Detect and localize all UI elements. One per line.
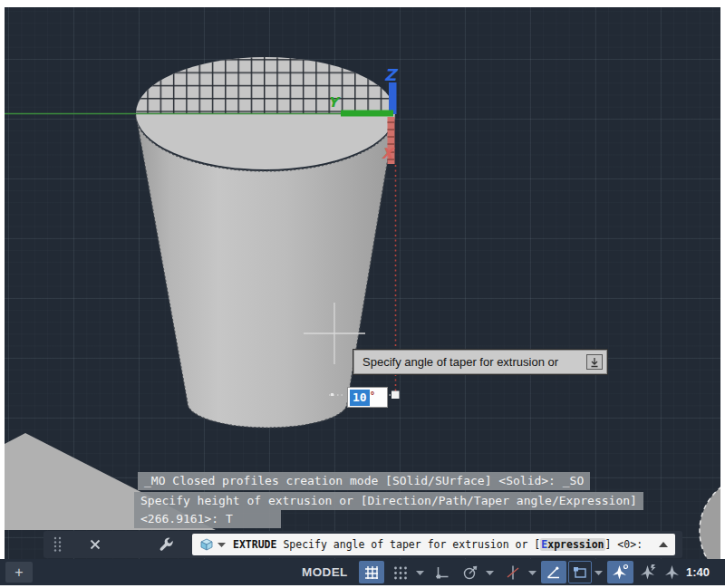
object-snap-tracking-button[interactable]: [541, 561, 566, 583]
isometric-drafting-button[interactable]: [501, 561, 525, 583]
recent-commands-caret-icon[interactable]: [218, 542, 226, 547]
annotation-autoscale-button[interactable]: [636, 561, 660, 583]
snap-grid-icon: [392, 564, 409, 581]
drag-handle[interactable]: [53, 536, 62, 553]
active-command: EXTRUDE: [233, 538, 276, 551]
command-history-line: <266.9161>: T: [134, 510, 281, 528]
tooltip-text: Specify angle of taper for extrusion or: [362, 355, 558, 369]
command-option-expression[interactable]: Expression: [540, 538, 604, 551]
expand-history-caret-icon[interactable]: [659, 542, 668, 547]
status-bar: + MODEL: [0, 559, 725, 585]
dynamic-input-field[interactable]: 10 °: [347, 387, 388, 408]
new-layout-button[interactable]: +: [5, 562, 33, 583]
polar-tracking-button[interactable]: [458, 561, 483, 583]
grid-icon: [363, 564, 380, 581]
command-history-line: _MO Closed profiles creation mode [SOlid…: [138, 472, 590, 490]
annotation-scale-icon: [663, 564, 681, 581]
annotation-visibility-icon: [612, 564, 629, 581]
object-snap-icon: [572, 564, 588, 581]
command-cube-icon[interactable]: [199, 537, 214, 552]
dynamic-input-tooltip: Specify angle of taper for extrusion or: [353, 349, 608, 375]
input-value[interactable]: 10: [350, 390, 370, 406]
osnap-dropdown-caret[interactable]: [593, 561, 604, 583]
model-space-label[interactable]: MODEL: [302, 559, 348, 585]
command-line-bar: EXTRUDE Specify angle of taper for extru…: [44, 531, 682, 558]
isometric-drafting-icon: [505, 564, 521, 581]
command-input-field[interactable]: EXTRUDE Specify angle of taper for extru…: [192, 534, 675, 555]
object-snap-button[interactable]: [568, 561, 592, 583]
ortho-icon: [434, 564, 450, 581]
ortho-mode-button[interactable]: [430, 561, 454, 583]
command-prompt-suffix: ] <0>:: [605, 538, 643, 551]
down-arrow-to-line-icon: [586, 354, 603, 370]
snap-dropdown-caret[interactable]: [414, 561, 426, 583]
polar-tracking-icon: [462, 564, 478, 581]
snap-mode-button[interactable]: [389, 561, 412, 583]
grid-toggle-button[interactable]: [359, 561, 384, 583]
pick-point-marker: [392, 391, 400, 400]
annotation-scale-button[interactable]: [661, 561, 683, 583]
model-space-viewport[interactable]: Z Y X Specify angle of taper for extrusi…: [5, 7, 720, 559]
command-history-line: Specify height of extrusion or [Directio…: [134, 492, 643, 510]
isodraft-dropdown-caret[interactable]: [527, 561, 538, 583]
object-snap-tracking-icon: [546, 564, 562, 581]
background-solid-circle: [700, 476, 720, 559]
autocad-window: { "viewport": { "tooltip": { "text": "Sp…: [0, 0, 725, 588]
polar-dropdown-caret[interactable]: [484, 561, 496, 583]
annotation-autoscale-icon: [640, 564, 657, 581]
close-icon[interactable]: [89, 538, 102, 551]
command-prompt-prefix: Specify angle of taper for extrusion or …: [276, 538, 540, 551]
ucs-z-label: Z: [384, 65, 399, 84]
cone-top-hatch: [136, 56, 396, 114]
degree-suffix: °: [371, 390, 374, 400]
customize-wrench-icon[interactable]: [158, 536, 174, 553]
annotation-visibility-button[interactable]: [607, 561, 633, 583]
annotation-scale-value[interactable]: 1:40: [686, 559, 710, 585]
